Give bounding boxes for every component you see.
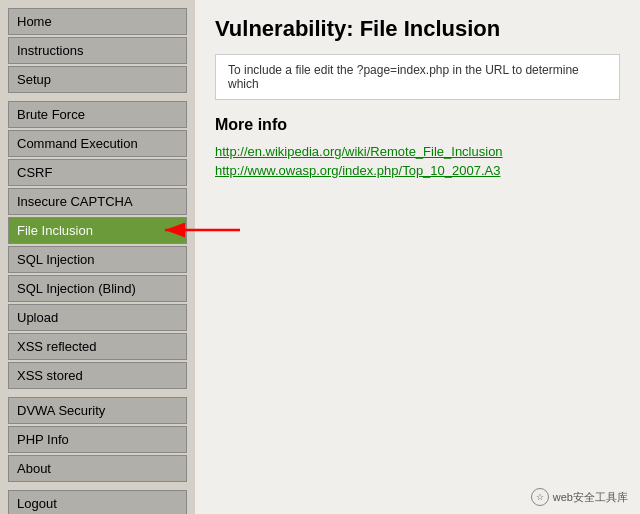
- page-title: Vulnerability: File Inclusion: [215, 16, 620, 42]
- sidebar-vuln-section: Brute ForceCommand ExecutionCSRFInsecure…: [8, 101, 187, 389]
- main-layout: HomeInstructionsSetup Brute ForceCommand…: [0, 0, 640, 514]
- sidebar-item-brute-force[interactable]: Brute Force: [8, 101, 187, 128]
- watermark-icon: ☆: [531, 488, 549, 506]
- sidebar-item-dvwa-security[interactable]: DVWA Security: [8, 397, 187, 424]
- sidebar: HomeInstructionsSetup Brute ForceCommand…: [0, 0, 195, 514]
- sidebar-logout-section: Logout: [8, 490, 187, 514]
- sidebar-item-setup[interactable]: Setup: [8, 66, 187, 93]
- sidebar-item-home[interactable]: Home: [8, 8, 187, 35]
- sidebar-bottom-section: DVWA SecurityPHP InfoAbout: [8, 397, 187, 482]
- sidebar-item-xss-reflected[interactable]: XSS reflected: [8, 333, 187, 360]
- sidebar-item-php-info[interactable]: PHP Info: [8, 426, 187, 453]
- sidebar-item-instructions[interactable]: Instructions: [8, 37, 187, 64]
- sidebar-item-insecure-captcha[interactable]: Insecure CAPTCHA: [8, 188, 187, 215]
- main-content: Vulnerability: File Inclusion To include…: [195, 0, 640, 514]
- sidebar-item-xss-stored[interactable]: XSS stored: [8, 362, 187, 389]
- sidebar-item-logout[interactable]: Logout: [8, 490, 187, 514]
- watermark-text: web安全工具库: [553, 490, 628, 505]
- watermark: ☆ web安全工具库: [531, 488, 628, 506]
- sidebar-top-section: HomeInstructionsSetup: [8, 8, 187, 93]
- sidebar-item-about[interactable]: About: [8, 455, 187, 482]
- app-wrapper: HomeInstructionsSetup Brute ForceCommand…: [0, 0, 640, 514]
- sidebar-item-command-execution[interactable]: Command Execution: [8, 130, 187, 157]
- info-text: To include a file edit the ?page=index.p…: [228, 63, 579, 91]
- sidebar-item-file-inclusion[interactable]: File Inclusion: [8, 217, 187, 244]
- info-box: To include a file edit the ?page=index.p…: [215, 54, 620, 100]
- sidebar-item-sql-injection-blind[interactable]: SQL Injection (Blind): [8, 275, 187, 302]
- sidebar-item-csrf[interactable]: CSRF: [8, 159, 187, 186]
- more-info-title: More info: [215, 116, 620, 134]
- more-info-link-1[interactable]: http://www.owasp.org/index.php/Top_10_20…: [215, 163, 500, 178]
- more-info-link-0[interactable]: http://en.wikipedia.org/wiki/Remote_File…: [215, 144, 503, 159]
- link-list: http://en.wikipedia.org/wiki/Remote_File…: [215, 144, 620, 178]
- sidebar-item-sql-injection[interactable]: SQL Injection: [8, 246, 187, 273]
- sidebar-item-upload[interactable]: Upload: [8, 304, 187, 331]
